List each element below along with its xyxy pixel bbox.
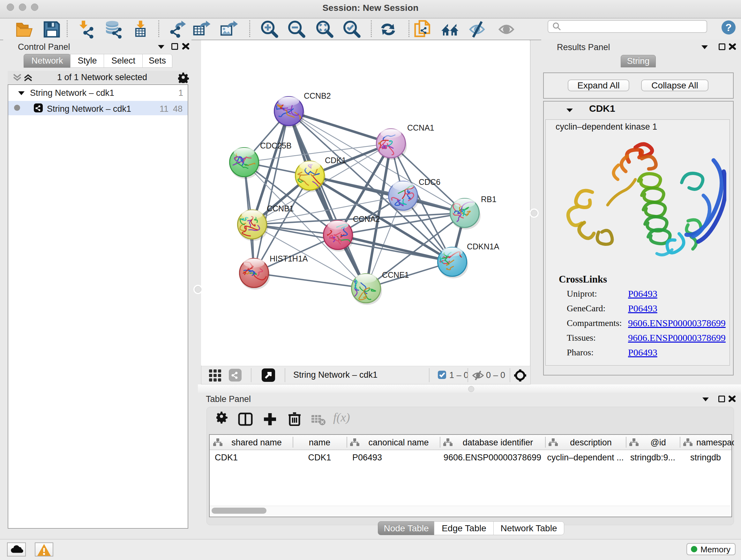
- svg-text:?: ?: [725, 22, 732, 33]
- svg-text:CCNB1: CCNB1: [267, 204, 294, 213]
- svg-text:CCNB2: CCNB2: [304, 91, 331, 100]
- svg-text:RB1: RB1: [481, 195, 496, 204]
- svg-text:CCNA2: CCNA2: [353, 214, 380, 224]
- svg-text:CDK1: CDK1: [325, 156, 346, 165]
- svg-text:CDC25B: CDC25B: [260, 141, 292, 150]
- svg-text:CDC6: CDC6: [419, 178, 441, 186]
- svg-text:CDKN1A: CDKN1A: [467, 242, 499, 251]
- svg-text:CCNE1: CCNE1: [382, 270, 409, 279]
- svg-text:CCNA1: CCNA1: [407, 123, 434, 132]
- svg-text:HIST1H1A: HIST1H1A: [270, 254, 308, 263]
